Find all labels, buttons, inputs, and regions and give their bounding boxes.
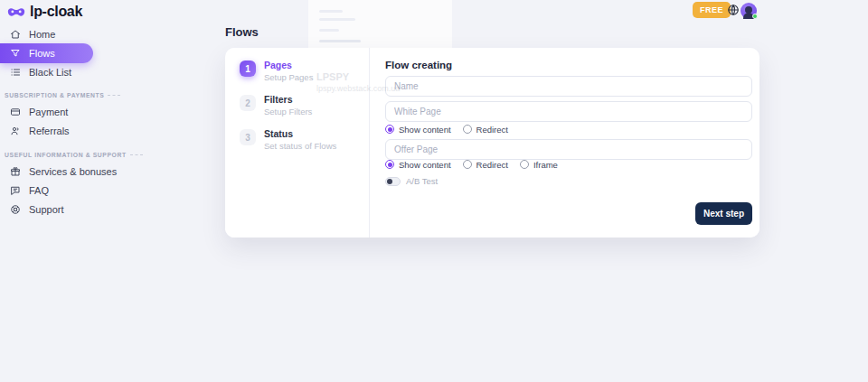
radio-label: Redirect (476, 160, 508, 170)
sidebar-item-label: Flows (29, 48, 55, 59)
sidebar-item-label: FAQ (29, 185, 49, 196)
step-filters[interactable]: 2 Filters Setup Filters (240, 95, 369, 116)
sidebar-item-support[interactable]: Support (0, 200, 145, 219)
mask-logo-icon (7, 6, 25, 18)
ab-test-label: A/B Test (406, 176, 438, 186)
logo-text: lp-cloak (30, 4, 82, 20)
app-logo[interactable]: lp-cloak (7, 4, 82, 20)
radio-icon (463, 160, 472, 169)
language-globe-button[interactable] (727, 4, 740, 16)
white-page-radio-show-content[interactable]: Show content (385, 125, 451, 135)
plan-badge-free-button[interactable]: FREE (693, 2, 731, 18)
ab-test-row: A/B Test (385, 176, 438, 186)
step-subtitle: Setup Filters (264, 107, 312, 116)
sidebar-item-payment[interactable]: Payment (0, 102, 145, 122)
sidebar-item-label: Services & bonuses (29, 166, 117, 177)
radio-label: Redirect (476, 125, 508, 135)
home-icon (10, 29, 21, 40)
section-title: USEFUL INFORMATION & SUPPORT (5, 152, 127, 158)
next-step-button[interactable]: Next step (695, 202, 752, 225)
offer-page-radio-iframe[interactable]: Iframe (520, 160, 558, 170)
step-subtitle: Set status of Flows (264, 141, 336, 151)
white-page-radio-redirect[interactable]: Redirect (463, 125, 508, 135)
offer-page-options: Show content Redirect Iframe (385, 159, 558, 170)
radio-icon (463, 125, 472, 134)
online-status-dot (752, 14, 758, 19)
white-page-input[interactable] (385, 101, 752, 122)
faq-chat-icon (10, 185, 21, 196)
payment-card-icon (10, 107, 21, 117)
user-avatar[interactable] (741, 3, 757, 19)
radio-label: Iframe (533, 160, 558, 170)
radio-selected-icon (385, 125, 394, 134)
sidebar-item-label: Referrals (29, 126, 70, 136)
step-title: Pages (264, 61, 313, 70)
offer-page-radio-show-content[interactable]: Show content (385, 160, 451, 170)
sidebar-item-services-bonuses[interactable]: Services & bonuses (0, 162, 145, 182)
white-page-options: Show content Redirect (385, 124, 508, 135)
radio-label: Show content (399, 160, 451, 170)
referrals-icon (10, 126, 21, 136)
sidebar-item-label: Support (29, 204, 64, 215)
sidebar: lp-cloak Home Flows Black List SUBSCRIPT… (0, 0, 190, 382)
sidebar-item-home[interactable]: Home (0, 24, 145, 44)
sidebar-item-faq[interactable]: FAQ (0, 181, 145, 200)
sidebar-item-label: Payment (29, 107, 68, 117)
sidebar-item-referrals[interactable]: Referrals (0, 121, 145, 141)
name-input[interactable] (385, 76, 752, 97)
flows-icon (10, 48, 21, 59)
sidebar-item-label: Black List (29, 67, 71, 78)
gift-icon (10, 166, 21, 177)
ab-test-toggle[interactable] (385, 177, 401, 186)
step-number: 2 (240, 95, 256, 111)
sidebar-item-black-list[interactable]: Black List (0, 62, 145, 82)
offer-page-radio-redirect[interactable]: Redirect (463, 160, 508, 170)
step-pages[interactable]: 1 Pages Setup Pages (240, 61, 369, 82)
step-number: 3 (240, 129, 256, 145)
section-title: SUBSCRIPTION & PAYMENTS (5, 92, 104, 98)
globe-icon (727, 4, 740, 16)
flow-creating-form: Flow creating Show content Redirect Show… (385, 48, 752, 238)
step-number: 1 (240, 61, 256, 77)
modal-title: Flow creating (385, 60, 452, 70)
radio-icon (520, 160, 529, 169)
lifebuoy-icon (10, 204, 21, 215)
radio-label: Show content (399, 125, 451, 135)
radio-selected-icon (385, 160, 394, 169)
sidebar-section-subscription: SUBSCRIPTION & PAYMENTS (5, 92, 120, 98)
sidebar-item-flows[interactable]: Flows (0, 43, 93, 63)
offer-page-input[interactable] (385, 139, 752, 160)
sidebar-section-useful-info: USEFUL INFORMATION & SUPPORT (5, 152, 143, 158)
step-subtitle: Setup Pages (264, 72, 313, 82)
step-status[interactable]: 3 Status Set status of Flows (240, 129, 369, 151)
step-title: Status (264, 129, 336, 139)
page-title: Flows (225, 25, 259, 39)
flow-creating-modal: 1 Pages Setup Pages 2 Filters Setup Filt… (225, 48, 760, 238)
list-icon (10, 67, 21, 78)
step-title: Filters (264, 95, 312, 105)
modal-steps: 1 Pages Setup Pages 2 Filters Setup Filt… (225, 48, 370, 238)
sidebar-item-label: Home (29, 29, 55, 40)
